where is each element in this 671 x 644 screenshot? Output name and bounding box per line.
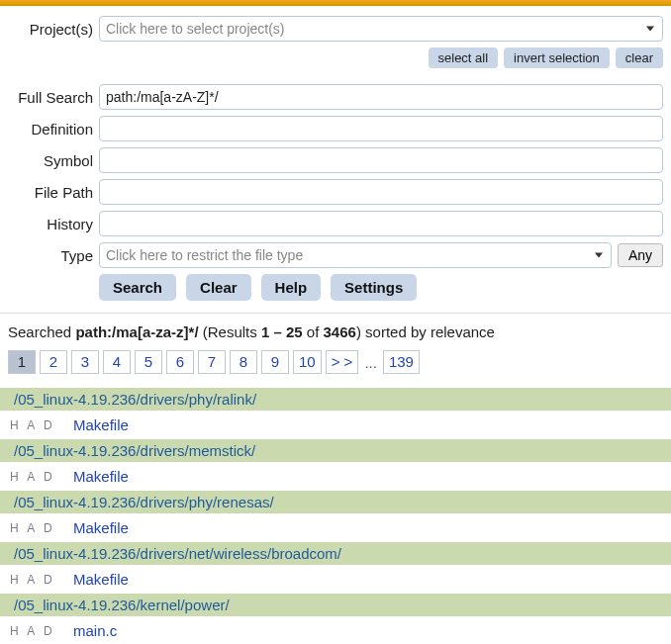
- page-last[interactable]: 139: [383, 350, 420, 374]
- results-summary: Searched path:/ma[a-za-z]*/ (Results 1 –…: [8, 323, 663, 340]
- result-file-row: H A DMakefile: [0, 568, 671, 591]
- result-file-link[interactable]: Makefile: [73, 416, 129, 433]
- page-10[interactable]: 10: [293, 350, 322, 374]
- settings-button[interactable]: Settings: [331, 274, 417, 301]
- file-path-label: File Path: [8, 184, 99, 201]
- projects-label: Project(s): [8, 21, 99, 38]
- full-search-label: Full Search: [8, 89, 99, 106]
- invert-selection-button[interactable]: invert selection: [504, 47, 610, 68]
- result-path[interactable]: /05_linux-4.19.236/kernel/power/: [0, 594, 671, 616]
- result-file-link[interactable]: Makefile: [73, 468, 129, 485]
- full-search-input[interactable]: [99, 84, 663, 110]
- chevron-down-icon: [595, 253, 603, 258]
- type-label: Type: [8, 247, 99, 264]
- history-label: History: [8, 216, 99, 232]
- page-3[interactable]: 3: [71, 350, 99, 374]
- symbol-label: Symbol: [8, 152, 99, 169]
- result-file-row: H A DMakefile: [0, 414, 671, 436]
- had-links[interactable]: H A D: [6, 470, 73, 484]
- type-any-button[interactable]: Any: [618, 243, 663, 267]
- result-file-link[interactable]: main.c: [73, 622, 117, 639]
- had-links[interactable]: H A D: [6, 521, 73, 535]
- type-placeholder: Click here to restrict the file type: [106, 247, 303, 263]
- result-file-row: H A DMakefile: [0, 465, 671, 488]
- result-list: /05_linux-4.19.236/drivers/phy/ralink/H …: [0, 388, 671, 644]
- symbol-input[interactable]: [99, 147, 663, 173]
- page-2[interactable]: 2: [40, 350, 67, 374]
- page-8[interactable]: 8: [230, 350, 257, 374]
- history-input[interactable]: [99, 211, 663, 236]
- had-links[interactable]: H A D: [6, 573, 73, 587]
- result-file-row: H A Dmain.c: [0, 619, 671, 642]
- page-5[interactable]: 5: [135, 350, 162, 374]
- projects-placeholder: Click here to select project(s): [106, 21, 285, 37]
- search-form: Project(s) Click here to select project(…: [0, 6, 671, 301]
- file-path-input[interactable]: [99, 179, 663, 205]
- result-path[interactable]: /05_linux-4.19.236/drivers/phy/renesas/: [0, 491, 671, 513]
- help-button[interactable]: Help: [261, 274, 322, 301]
- pager: 12345678910> >...139: [8, 350, 663, 374]
- results-area: Searched path:/ma[a-za-z]*/ (Results 1 –…: [0, 314, 671, 644]
- definition-input[interactable]: [99, 116, 663, 141]
- page-4[interactable]: 4: [103, 350, 131, 374]
- result-file-link[interactable]: Makefile: [73, 571, 129, 588]
- had-links[interactable]: H A D: [6, 418, 73, 432]
- definition-label: Definition: [8, 121, 99, 138]
- page-7[interactable]: 7: [198, 350, 226, 374]
- result-file-link[interactable]: Makefile: [73, 519, 129, 536]
- chevron-down-icon: [646, 27, 654, 32]
- clear-button[interactable]: Clear: [186, 274, 251, 301]
- page-next[interactable]: > >: [326, 350, 359, 374]
- projects-dropdown[interactable]: Click here to select project(s): [99, 16, 663, 42]
- type-dropdown[interactable]: Click here to restrict the file type: [99, 242, 612, 268]
- select-all-button[interactable]: select all: [429, 47, 499, 68]
- result-path[interactable]: /05_linux-4.19.236/drivers/net/wireless/…: [0, 542, 671, 565]
- had-links[interactable]: H A D: [6, 624, 73, 638]
- page-1[interactable]: 1: [8, 350, 36, 374]
- page-9[interactable]: 9: [261, 350, 289, 374]
- result-path[interactable]: /05_linux-4.19.236/drivers/memstick/: [0, 439, 671, 462]
- result-path[interactable]: /05_linux-4.19.236/drivers/phy/ralink/: [0, 388, 671, 411]
- page-ellipsis: ...: [362, 354, 379, 371]
- page-6[interactable]: 6: [166, 350, 194, 374]
- result-file-row: H A DMakefile: [0, 516, 671, 539]
- search-button[interactable]: Search: [99, 274, 176, 301]
- clear-projects-button[interactable]: clear: [616, 47, 663, 68]
